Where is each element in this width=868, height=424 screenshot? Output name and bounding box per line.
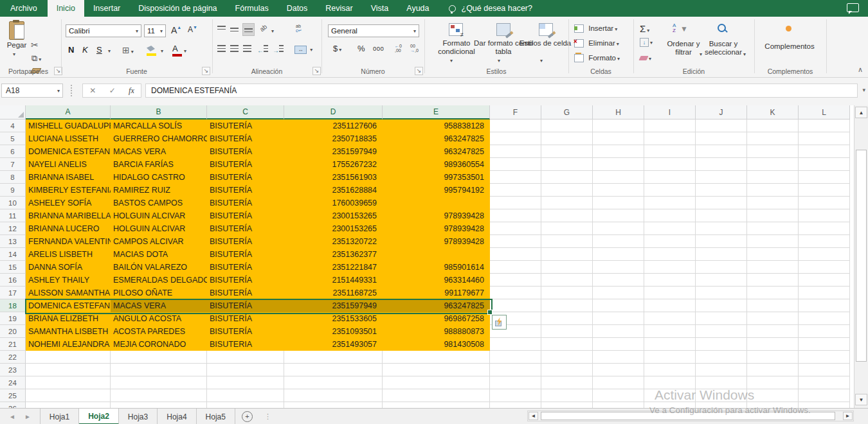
cell-D20[interactable]: 2351093501 (284, 325, 383, 338)
cell-L4[interactable] (799, 119, 850, 132)
cell-D24[interactable] (284, 376, 383, 389)
row-header-14[interactable]: 14 (0, 248, 26, 261)
cell-B25[interactable] (111, 389, 207, 402)
cell-D14[interactable]: 2351362377 (284, 248, 383, 261)
cell-J5[interactable] (696, 132, 747, 145)
font-size-combo[interactable]: 11▾ (144, 24, 166, 37)
column-header-J[interactable]: J (696, 105, 747, 119)
merge-center-icon[interactable]: ↔ ▾ (294, 45, 312, 54)
tell-me-search[interactable]: ¿Qué desea hacer? (449, 0, 533, 17)
cell-G21[interactable] (541, 338, 593, 351)
cell-H12[interactable] (593, 222, 644, 235)
cell-L11[interactable] (799, 209, 850, 222)
cell-G9[interactable] (541, 184, 593, 197)
row-header-21[interactable]: 21 (0, 338, 26, 351)
cell-L9[interactable] (799, 184, 850, 197)
row-header-5[interactable]: 5 (0, 132, 26, 145)
cell-J11[interactable] (696, 209, 747, 222)
number-dialog-launcher[interactable]: ↘ (415, 67, 423, 75)
cell-L26[interactable] (799, 402, 850, 408)
cell-F17[interactable] (490, 287, 541, 299)
cell-A9[interactable]: KIMBERLY ESTEFANIA (26, 184, 111, 197)
format-cells-button[interactable]: Formato▾ (574, 54, 620, 62)
cell-F13[interactable] (490, 235, 541, 248)
cell-K23[interactable] (747, 364, 799, 376)
row-header-9[interactable]: 9 (0, 184, 26, 197)
cell-E26[interactable] (383, 402, 490, 408)
cell-D13[interactable]: 2351320722 (284, 235, 383, 248)
cell-C7[interactable]: BISUTERÍA (207, 158, 284, 171)
cell-J23[interactable] (696, 364, 747, 376)
align-bottom-icon[interactable] (243, 24, 254, 35)
cell-A17[interactable]: ALISSON SAMANTHA (26, 287, 111, 299)
cell-L23[interactable] (799, 364, 850, 376)
cell-B23[interactable] (111, 364, 207, 376)
cell-J24[interactable] (696, 376, 747, 389)
row-header-25[interactable]: 25 (0, 389, 26, 402)
cell-H23[interactable] (593, 364, 644, 376)
fill-color-caret[interactable]: ▾ (161, 48, 163, 54)
cell-D10[interactable]: 1760039659 (284, 197, 383, 209)
cell-L24[interactable] (799, 376, 850, 389)
scroll-left-button[interactable]: ◄ (529, 412, 538, 420)
number-format-combo[interactable]: General▾ (328, 24, 419, 37)
cell-L25[interactable] (799, 389, 850, 402)
cell-H11[interactable] (593, 209, 644, 222)
cell-G4[interactable] (541, 119, 593, 132)
cell-C15[interactable]: BISUTERÍA (207, 261, 284, 274)
ribbon-tab-vista[interactable]: Vista (362, 0, 398, 17)
cell-K25[interactable] (747, 389, 799, 402)
column-header-D[interactable]: D (284, 105, 383, 119)
cell-H14[interactable] (593, 248, 644, 261)
cell-F23[interactable] (490, 364, 541, 376)
row-header-8[interactable]: 8 (0, 171, 26, 184)
cell-E22[interactable] (383, 351, 490, 364)
cell-C8[interactable]: BISUTERÍA (207, 171, 284, 184)
row-header-12[interactable]: 12 (0, 222, 26, 235)
percent-icon[interactable]: % (357, 44, 365, 53)
cell-E12[interactable]: 978939428 (383, 222, 490, 235)
cell-I24[interactable] (644, 376, 696, 389)
row-header-20[interactable]: 20 (0, 325, 26, 338)
cell-B26[interactable] (111, 402, 207, 408)
cell-K18[interactable] (747, 299, 799, 312)
cell-A24[interactable] (26, 376, 111, 389)
font-color-icon[interactable]: A (172, 44, 182, 57)
cell-A6[interactable]: DOMENICA ESTEFANÍA (26, 145, 111, 158)
cell-G25[interactable] (541, 389, 593, 402)
cell-B14[interactable]: MACIAS DOTA (111, 248, 207, 261)
row-header-13[interactable]: 13 (0, 235, 26, 248)
cell-G7[interactable] (541, 158, 593, 171)
cell-I17[interactable] (644, 287, 696, 299)
cell-D7[interactable]: 1755267232 (284, 158, 383, 171)
cell-A22[interactable] (26, 351, 111, 364)
cell-B17[interactable]: PILOSO OÑATE (111, 287, 207, 299)
cell-K20[interactable] (747, 325, 799, 338)
alignment-dialog-launcher[interactable]: ↘ (312, 67, 321, 75)
cell-K21[interactable] (747, 338, 799, 351)
cell-J26[interactable] (696, 402, 747, 408)
cell-C18[interactable]: BISUTERÍA (207, 299, 284, 312)
cell-E16[interactable]: 963314460 (383, 274, 490, 287)
column-header-F[interactable]: F (490, 105, 541, 119)
cell-K6[interactable] (747, 145, 799, 158)
row-header-26[interactable]: 26 (0, 402, 26, 408)
cell-J17[interactable] (696, 287, 747, 299)
column-header-C[interactable]: C (207, 105, 284, 119)
cell-D4[interactable]: 2351127606 (284, 119, 383, 132)
cell-F9[interactable] (490, 184, 541, 197)
cell-D26[interactable] (284, 402, 383, 408)
delete-cells-button[interactable]: Eliminar▾ (574, 39, 619, 48)
cell-C21[interactable]: BISUTERIA (207, 338, 284, 351)
cell-A4[interactable]: MISHELL GUADALUPE (26, 119, 111, 132)
column-header-E[interactable]: E (383, 105, 490, 119)
name-box[interactable]: A18 ▾ (1, 84, 63, 98)
cell-B19[interactable]: ANGULO ACOSTA (111, 312, 207, 325)
cell-E21[interactable]: 981430508 (383, 338, 490, 351)
fill-handle[interactable] (487, 310, 493, 315)
quick-analysis-button[interactable] (492, 315, 507, 330)
cell-D5[interactable]: 2350718835 (284, 132, 383, 145)
horizontal-scrollbar[interactable]: ◄ ► (527, 411, 854, 421)
cell-G6[interactable] (541, 145, 593, 158)
cell-H21[interactable] (593, 338, 644, 351)
